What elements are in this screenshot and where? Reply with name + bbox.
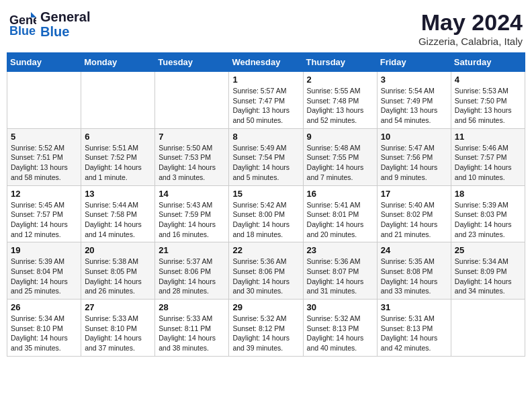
day-number: 17 [381,189,447,199]
calendar-cell: 15Sunrise: 5:42 AMSunset: 8:00 PMDayligh… [229,185,303,242]
header-monday: Monday [81,53,155,72]
calendar-cell: 31Sunrise: 5:31 AMSunset: 8:13 PMDayligh… [377,300,451,357]
calendar-table: Sunday Monday Tuesday Wednesday Thursday… [7,52,525,357]
calendar-cell: 24Sunrise: 5:35 AMSunset: 8:08 PMDayligh… [377,242,451,300]
calendar-cell: 13Sunrise: 5:44 AMSunset: 7:58 PMDayligh… [81,185,155,242]
day-number: 10 [381,132,447,142]
day-info: Sunrise: 5:41 AMSunset: 8:01 PMDaylight:… [307,200,373,240]
header-thursday: Thursday [303,53,377,72]
day-number: 28 [159,302,225,312]
day-info: Sunrise: 5:38 AMSunset: 8:05 PMDaylight:… [85,257,151,296]
day-number: 20 [85,245,151,255]
day-info: Sunrise: 5:57 AMSunset: 7:47 PMDaylight:… [232,86,299,126]
day-number: 22 [232,245,299,255]
logo: General Blue General Blue [9,9,90,39]
logo-blue-text: Blue [40,24,90,39]
day-info: Sunrise: 5:33 AMSunset: 8:11 PMDaylight:… [159,314,225,353]
day-number: 1 [232,75,299,85]
calendar-cell: 22Sunrise: 5:36 AMSunset: 8:06 PMDayligh… [229,242,303,300]
day-number: 4 [455,75,521,85]
day-number: 6 [85,132,151,142]
calendar-cell: 25Sunrise: 5:34 AMSunset: 8:09 PMDayligh… [451,242,525,300]
day-number: 24 [381,245,447,255]
calendar-week-row: 26Sunrise: 5:34 AMSunset: 8:10 PMDayligh… [7,300,525,357]
calendar-cell: 9Sunrise: 5:48 AMSunset: 7:55 PMDaylight… [303,128,377,185]
day-number: 29 [232,302,299,312]
day-info: Sunrise: 5:34 AMSunset: 8:10 PMDaylight:… [11,314,77,353]
day-number: 18 [455,189,521,199]
calendar-cell: 21Sunrise: 5:37 AMSunset: 8:06 PMDayligh… [155,242,229,300]
calendar-cell: 29Sunrise: 5:32 AMSunset: 8:12 PMDayligh… [229,300,303,357]
day-number: 19 [11,245,77,255]
day-info: Sunrise: 5:44 AMSunset: 7:58 PMDaylight:… [85,200,151,240]
day-number: 21 [159,245,225,255]
month-title: May 2024 [418,9,523,36]
day-number: 8 [232,132,299,142]
calendar-cell: 26Sunrise: 5:34 AMSunset: 8:10 PMDayligh… [7,300,81,357]
day-number: 25 [455,245,521,255]
day-info: Sunrise: 5:48 AMSunset: 7:55 PMDaylight:… [307,143,373,183]
weekday-header-row: Sunday Monday Tuesday Wednesday Thursday… [7,53,525,72]
day-number: 27 [85,302,151,312]
calendar-cell: 27Sunrise: 5:33 AMSunset: 8:10 PMDayligh… [81,300,155,357]
day-info: Sunrise: 5:32 AMSunset: 8:12 PMDaylight:… [232,314,299,353]
logo-general-text: General [40,9,90,24]
day-number: 13 [85,189,151,199]
day-info: Sunrise: 5:33 AMSunset: 8:10 PMDaylight:… [85,314,151,353]
day-number: 7 [159,132,225,142]
day-info: Sunrise: 5:36 AMSunset: 8:07 PMDaylight:… [307,257,373,296]
day-info: Sunrise: 5:45 AMSunset: 7:57 PMDaylight:… [11,200,77,240]
day-info: Sunrise: 5:55 AMSunset: 7:48 PMDaylight:… [307,86,373,126]
header-friday: Friday [377,53,451,72]
calendar-cell [81,72,155,129]
day-info: Sunrise: 5:49 AMSunset: 7:54 PMDaylight:… [232,143,299,183]
calendar-cell [451,300,525,357]
day-number: 14 [159,189,225,199]
calendar-cell [7,72,81,129]
page-header: General Blue General Blue May 2024 Gizze… [7,7,525,47]
header-wednesday: Wednesday [229,53,303,72]
day-info: Sunrise: 5:40 AMSunset: 8:02 PMDaylight:… [381,200,447,240]
day-info: Sunrise: 5:46 AMSunset: 7:57 PMDaylight:… [455,143,521,183]
calendar-cell: 11Sunrise: 5:46 AMSunset: 7:57 PMDayligh… [451,128,525,185]
day-info: Sunrise: 5:53 AMSunset: 7:50 PMDaylight:… [455,86,521,126]
day-info: Sunrise: 5:54 AMSunset: 7:49 PMDaylight:… [381,86,447,126]
calendar-cell: 3Sunrise: 5:54 AMSunset: 7:49 PMDaylight… [377,72,451,129]
calendar-week-row: 12Sunrise: 5:45 AMSunset: 7:57 PMDayligh… [7,185,525,242]
calendar-cell: 2Sunrise: 5:55 AMSunset: 7:48 PMDaylight… [303,72,377,129]
day-info: Sunrise: 5:52 AMSunset: 7:51 PMDaylight:… [11,143,77,183]
calendar-cell: 19Sunrise: 5:39 AMSunset: 8:04 PMDayligh… [7,242,81,300]
day-info: Sunrise: 5:51 AMSunset: 7:52 PMDaylight:… [85,143,151,183]
day-info: Sunrise: 5:34 AMSunset: 8:09 PMDaylight:… [455,257,521,296]
calendar-cell: 8Sunrise: 5:49 AMSunset: 7:54 PMDaylight… [229,128,303,185]
calendar-cell: 4Sunrise: 5:53 AMSunset: 7:50 PMDaylight… [451,72,525,129]
calendar-cell: 23Sunrise: 5:36 AMSunset: 8:07 PMDayligh… [303,242,377,300]
calendar-cell: 30Sunrise: 5:32 AMSunset: 8:13 PMDayligh… [303,300,377,357]
calendar-cell: 28Sunrise: 5:33 AMSunset: 8:11 PMDayligh… [155,300,229,357]
day-info: Sunrise: 5:50 AMSunset: 7:53 PMDaylight:… [159,143,225,183]
day-info: Sunrise: 5:43 AMSunset: 7:59 PMDaylight:… [159,200,225,240]
day-number: 3 [381,75,447,85]
day-number: 11 [455,132,521,142]
calendar-cell: 6Sunrise: 5:51 AMSunset: 7:52 PMDaylight… [81,128,155,185]
day-number: 5 [11,132,77,142]
calendar-cell: 18Sunrise: 5:39 AMSunset: 8:03 PMDayligh… [451,185,525,242]
calendar-cell: 7Sunrise: 5:50 AMSunset: 7:53 PMDaylight… [155,128,229,185]
day-number: 12 [11,189,77,199]
calendar-cell [155,72,229,129]
day-info: Sunrise: 5:36 AMSunset: 8:06 PMDaylight:… [232,257,299,296]
day-number: 2 [307,75,373,85]
day-number: 16 [307,189,373,199]
day-number: 15 [232,189,299,199]
day-info: Sunrise: 5:47 AMSunset: 7:56 PMDaylight:… [381,143,447,183]
calendar-cell: 10Sunrise: 5:47 AMSunset: 7:56 PMDayligh… [377,128,451,185]
header-sunday: Sunday [7,53,81,72]
calendar-cell: 1Sunrise: 5:57 AMSunset: 7:47 PMDaylight… [229,72,303,129]
calendar-week-row: 19Sunrise: 5:39 AMSunset: 8:04 PMDayligh… [7,242,525,300]
calendar-week-row: 1Sunrise: 5:57 AMSunset: 7:47 PMDaylight… [7,72,525,129]
calendar-cell: 12Sunrise: 5:45 AMSunset: 7:57 PMDayligh… [7,185,81,242]
day-number: 26 [11,302,77,312]
calendar-cell: 20Sunrise: 5:38 AMSunset: 8:05 PMDayligh… [81,242,155,300]
title-block: May 2024 Gizzeria, Calabria, Italy [418,9,523,47]
calendar-cell: 16Sunrise: 5:41 AMSunset: 8:01 PMDayligh… [303,185,377,242]
